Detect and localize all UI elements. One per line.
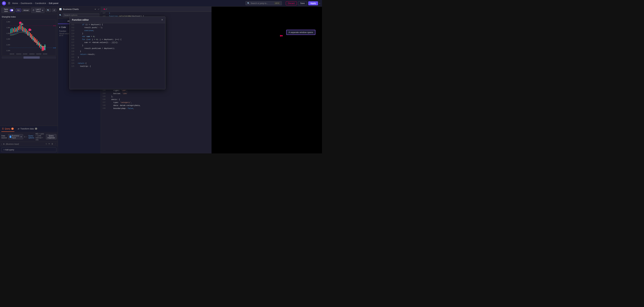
modal-line-123: 123 — [70, 59, 165, 62]
hamburger-menu[interactable]: ☰ — [8, 2, 10, 5]
query-tabs: ☰ Query 1 ⇄ Transform data 0 — [0, 126, 58, 132]
query-inspector-button[interactable]: Query inspector — [46, 134, 56, 139]
modal-close-button[interactable]: × — [162, 18, 163, 21]
callout-arrow: ⬅ — [280, 34, 283, 38]
svg-text:2324.02: 2324.02 — [53, 25, 56, 26]
modal-line-120: 120 } — [70, 50, 165, 53]
code-collapse-icon: ▾ — [59, 26, 60, 28]
modal-line-124: 124 return { — [70, 62, 165, 65]
breadcrumb-candlestick[interactable]: Candlestick — [35, 2, 46, 4]
code-section-label: Code — [61, 26, 66, 28]
query-options-bar: Data source Business Input ▾ ℹ › Query o… — [0, 132, 58, 142]
nav-actions: Discard Save Apply › — [286, 1, 320, 5]
breadcrumb-home[interactable]: Home — [12, 2, 18, 4]
refresh-button[interactable]: ↺ — [52, 8, 56, 12]
svg-text:2,300: 2,300 — [6, 27, 10, 28]
query-tab-badge: 1 — [11, 128, 14, 130]
delete-icon[interactable]: 🗑 — [52, 143, 53, 145]
chart-container: ShangHai Index 2,350 2,300 2,250 2,200 2… — [0, 14, 58, 126]
expand-query-icon[interactable]: › — [1, 143, 2, 145]
search-options-icon: 🔍 — [59, 14, 62, 16]
code-line-137: 137 type: 'category', — [101, 101, 212, 104]
modal-line-112: 112 result.push('-'); — [70, 26, 165, 29]
chart-icon: 📊 — [59, 8, 62, 10]
chart-inner: 2,350 2,300 2,250 2,200 2,150 2,100 2324… — [2, 19, 56, 56]
scrollbar-thumb[interactable] — [24, 56, 40, 59]
time-range-label: Last 6 hours — [35, 8, 42, 12]
breadcrumb-dashboards[interactable]: Dashboards — [21, 2, 32, 4]
modal-code-inner[interactable]: 111 if (i < dayCount) { 112 result.push(… — [70, 23, 165, 89]
zoom-out-button[interactable]: 🔍 — [46, 8, 51, 12]
query-options-info: MD = auto = 1248 Interval = 15s — [36, 133, 45, 141]
svg-text:2148.35: 2148.35 — [53, 47, 56, 48]
modal-title: Function editor — [72, 18, 89, 21]
chart-svg: 2,350 2,300 2,250 2,200 2,150 2,100 2324… — [2, 20, 56, 56]
tab-query[interactable]: ☰ Query 1 — [1, 126, 14, 132]
tab-transform[interactable]: ⇄ Transform data 0 — [17, 126, 38, 132]
query-options-link[interactable]: Query options — [28, 135, 34, 139]
nav-chevron[interactable]: › — [319, 2, 320, 4]
function-editor-modal: Function editor × 111 if (i < dayCount) … — [70, 16, 166, 89]
query-row-actions: ⎘ 👁 🗑 ⋮ — [46, 143, 56, 145]
sep1: › — [19, 2, 20, 4]
copy-icon[interactable]: ⎘ — [46, 143, 47, 145]
fill-button[interactable]: Fill — [16, 8, 21, 12]
chart-title: ShangHai Index — [2, 16, 56, 18]
expand-icon[interactable]: ⤢ — [105, 8, 107, 10]
search-icon: 🔍 — [247, 2, 250, 4]
arrow-icon: › — [26, 136, 27, 138]
sep3: › — [47, 2, 48, 4]
svg-text:2024/6/6: 2024/6/6 — [43, 54, 47, 54]
save-button[interactable]: Save — [298, 1, 307, 5]
query-letter: A — [3, 143, 4, 145]
svg-rect-25 — [24, 27, 24, 32]
callout-text: A separate window opens — [288, 31, 313, 34]
code-line-139: 139 boundaryGap: false, — [101, 107, 212, 110]
datasource-icon — [10, 136, 11, 138]
modal-line-125: 125 tooltip: { — [70, 65, 165, 68]
modal-code: 111 if (i < dayCount) { 112 result.push(… — [70, 23, 165, 89]
modal-line-115: 115 var sum = 0; — [70, 35, 165, 38]
discard-button[interactable]: Discard — [286, 1, 297, 5]
add-query-button[interactable]: + Add query — [1, 148, 56, 152]
actual-button[interactable]: Actual — [22, 8, 30, 12]
panel-header: 📊 Business Charts ▾ ⤢ — [58, 6, 101, 12]
code-line-138: 138 data: data0.categoryData, — [101, 104, 212, 107]
svg-text:2024/5/30: 2024/5/30 — [36, 54, 41, 54]
svg-rect-13 — [13, 28, 14, 32]
more-icon[interactable]: ⋮ — [54, 143, 56, 145]
svg-rect-24 — [22, 26, 23, 32]
time-range-button[interactable]: ⏱ Last 6 hours ▾ — [31, 8, 45, 13]
top-nav: G ☰ Home › Dashboards › Candlestick › Ed… — [0, 0, 322, 6]
callout-wrapper: ⬅ A separate window opens — [286, 30, 316, 35]
svg-text:2,250: 2,250 — [6, 32, 10, 34]
svg-text:2024/5/9: 2024/5/9 — [23, 54, 27, 54]
callout-box: A separate window opens — [286, 30, 316, 35]
eye-icon[interactable]: 👁 — [48, 143, 50, 145]
breadcrumb-current: Edit panel — [49, 2, 58, 4]
code-line-136: 136 xAxis: { — [101, 98, 212, 101]
panel-type-expand[interactable]: ⤢ — [98, 8, 100, 10]
sep2: › — [33, 2, 34, 4]
callout-annotation: ⬅ A separate window opens — [286, 30, 316, 35]
info-icon[interactable]: ℹ — [24, 136, 25, 138]
panel-type-chevron[interactable]: ▾ — [95, 8, 96, 10]
modal-line-122: 122 } — [70, 56, 165, 59]
table-view-button[interactable]: Table view — [1, 8, 15, 13]
search-shortcut: ctrl+k — [274, 2, 280, 4]
clock-icon: ⏱ — [32, 9, 34, 11]
chart-scrollbar[interactable] — [2, 56, 56, 59]
svg-text:2,150: 2,150 — [6, 44, 10, 46]
table-view-toggle[interactable] — [10, 9, 13, 12]
left-panel: Table view Fill Actual ⏱ Last 6 hours ▾ … — [0, 6, 58, 154]
svg-rect-45 — [44, 44, 46, 50]
arrow-indicator: ➜ — [103, 7, 105, 11]
search-bar[interactable]: 🔍 Search or jump to... ctrl+k — [246, 1, 282, 5]
datasource-select[interactable]: Business Input ▾ — [8, 134, 23, 139]
svg-text:2,200: 2,200 — [6, 38, 10, 40]
table-view-label: Table view — [3, 8, 9, 12]
transform-tab-label: Transform data — [20, 128, 34, 130]
apply-button[interactable]: Apply — [308, 1, 318, 5]
modal-line-118: 118 } — [70, 44, 165, 47]
query-row-description: (Business Input) — [6, 143, 19, 145]
